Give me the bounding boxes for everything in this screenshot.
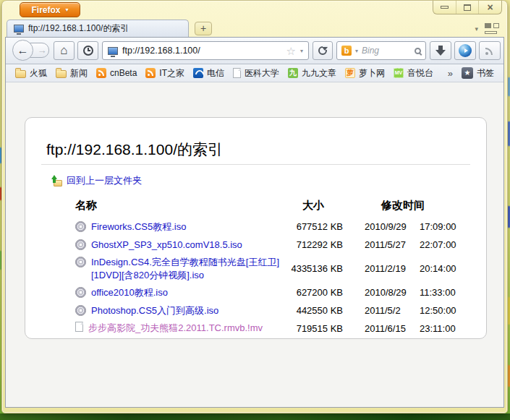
home-button[interactable]: ⌂	[54, 41, 75, 60]
file-size: 627200 KB	[284, 287, 343, 298]
file-time: 22:07:00	[409, 239, 463, 250]
live-feed-icon	[145, 68, 156, 78]
desktop-wallpaper-strip	[0, 413, 510, 420]
bookmark-item-cnbeta[interactable]: cnBeta	[92, 67, 141, 80]
bookmarks-menu-button[interactable]: ★ 书签	[457, 66, 498, 81]
bookmark-label: 医科大学	[245, 67, 279, 80]
file-link[interactable]: Fireworks.CS5教程.iso	[91, 220, 186, 233]
up-one-level-row: 回到上一层文件夹	[50, 174, 142, 187]
file-time: 12:50:00	[409, 305, 463, 316]
bing-engine-icon[interactable]: b	[341, 46, 352, 56]
bookmark-label: 火狐	[30, 67, 47, 80]
back-button[interactable]: ←	[12, 40, 33, 61]
bookmark-item-ithome[interactable]: IT之家	[141, 66, 189, 81]
disc-icon	[75, 305, 86, 316]
site-identity-monitor-icon[interactable]	[108, 47, 118, 55]
ftp-favicon-monitor-icon	[14, 25, 24, 33]
reload-icon	[318, 46, 327, 55]
file-time: 20:14:00	[409, 263, 463, 274]
close-icon: ×	[488, 2, 493, 12]
nine-logo-icon: 九	[288, 68, 298, 78]
search-input[interactable]: Bing	[362, 46, 411, 56]
firefox-app-button[interactable]: Firefox ▾	[20, 2, 80, 17]
bookmark-item-yinyuetai[interactable]: MV 音悦台	[389, 66, 438, 81]
luobo-logo-icon: 萝	[345, 68, 355, 78]
disc-icon	[75, 221, 86, 232]
page-content: ftp://192.168.1.100/的索引 回到上一层文件夹 名称 大小 修…	[6, 82, 503, 407]
list-all-tabs-icon[interactable]: ▾	[475, 25, 478, 33]
url-bar[interactable]: ftp://192.168.1.100/ ☆ ▾	[102, 41, 309, 60]
maximize-icon	[464, 4, 471, 11]
file-link[interactable]: GhostXP_SP3_xp510.comV18.5.iso	[91, 239, 242, 252]
tab-strip: ftp://192.168.1.100/的索引 + ▾	[2, 20, 507, 37]
tab-ftp-index[interactable]: ftp://192.168.1.100/的索引	[7, 20, 189, 37]
search-icon[interactable]	[415, 48, 421, 54]
disc-icon	[75, 257, 86, 267]
bookmark-item-huohu[interactable]: 火狐	[11, 66, 51, 81]
tab-title: ftp://192.168.1.100/的索引	[28, 22, 129, 35]
addon-globe-button[interactable]	[454, 41, 476, 60]
bookmark-item-xinwen[interactable]: 新闻	[51, 66, 92, 81]
bookmark-item-luobowang[interactable]: 萝 萝卜网	[341, 66, 389, 81]
ftp-listing-panel: ftp://192.168.1.100/的索引 回到上一层文件夹 名称 大小 修…	[25, 117, 487, 339]
file-size: 4335136 KB	[284, 263, 343, 274]
close-button[interactable]: ×	[478, 1, 501, 14]
maximize-button[interactable]	[456, 1, 479, 14]
file-size: 677512 KB	[284, 221, 343, 232]
disc-icon	[75, 287, 86, 298]
history-button[interactable]	[77, 41, 98, 60]
disc-icon	[75, 239, 86, 250]
table-row: Photoshop.CS5入门到高级.iso	[75, 304, 284, 317]
file-link[interactable]: InDesign.CS4.完全自学教程随书光盘[王红卫][1DVD][含820分…	[91, 256, 284, 281]
bookmarks-overflow-chevron-icon[interactable]: »	[443, 68, 457, 79]
minimize-button[interactable]	[433, 1, 456, 14]
file-listing-table: 名称 大小 修改时间 Fireworks.CS5教程.iso 677512 KB…	[75, 199, 463, 335]
rss-feed-icon	[485, 46, 495, 56]
file-size: 719515 KB	[284, 323, 343, 334]
file-time: 23:11:00	[409, 323, 463, 334]
clock-icon	[83, 46, 93, 56]
feed-button[interactable]	[479, 41, 501, 60]
tab-groups-icon[interactable]	[485, 23, 500, 35]
downloads-button[interactable]	[430, 41, 451, 60]
up-folder-icon	[50, 175, 62, 187]
bookmark-item-jiujiuwenzhang[interactable]: 九 九九文章	[284, 66, 341, 81]
browser-window: Firefox ▾ × ftp://192.168.1.100/的索引 + ▾ …	[1, 0, 508, 413]
bookmark-star-icon[interactable]: ☆	[286, 46, 296, 56]
file-date: 2011/5/2	[343, 305, 409, 316]
column-header-name: 名称	[75, 199, 284, 215]
bookmark-label: 音悦台	[407, 67, 433, 80]
page-icon	[233, 68, 241, 78]
table-row: office2010教程.iso	[75, 286, 284, 299]
bookmark-label: 九九文章	[302, 67, 336, 80]
live-feed-icon	[96, 68, 106, 78]
file-time: 17:09:00	[409, 221, 463, 232]
file-size: 712292 KB	[284, 239, 343, 250]
file-link[interactable]: Photoshop.CS5入门到高级.iso	[91, 304, 218, 317]
browser-chrome: → ← ⌂ ftp://192.168.1.100/ ☆ ▾ b ▾ Bing	[5, 37, 504, 408]
new-tab-button[interactable]: +	[195, 22, 212, 35]
file-size: 442550 KB	[284, 305, 343, 316]
file-date: 2011/2/19	[343, 263, 409, 274]
bookmarks-menu-label: 书签	[477, 67, 494, 80]
url-text[interactable]: ftp://192.168.1.100/	[122, 46, 282, 56]
search-bar[interactable]: b ▾ Bing	[336, 41, 426, 60]
divider	[41, 164, 470, 165]
reload-button[interactable]	[313, 41, 333, 60]
navigation-toolbar: → ← ⌂ ftp://192.168.1.100/ ☆ ▾ b ▾ Bing	[6, 38, 503, 64]
mv-logo-icon: MV	[394, 68, 404, 78]
bookmark-item-dianxin[interactable]: 电信	[189, 66, 229, 81]
blue-orb-icon	[459, 44, 472, 57]
column-header-size: 大小	[284, 199, 343, 215]
table-row: Fireworks.CS5教程.iso	[75, 220, 284, 233]
up-one-level-link[interactable]: 回到上一层文件夹	[67, 174, 142, 187]
file-link[interactable]: 步步高影院_功夫熊猫2.2011.TC.rmvb.!mv	[88, 322, 263, 335]
urlbar-dropdown-icon[interactable]: ▾	[300, 48, 303, 54]
download-arrow-icon	[435, 46, 446, 56]
table-row: GhostXP_SP3_xp510.comV18.5.iso	[75, 239, 284, 252]
bookmark-item-yikedaxue[interactable]: 医科大学	[229, 66, 284, 81]
file-time: 11:33:00	[409, 287, 463, 298]
search-engine-dropdown-icon[interactable]: ▾	[355, 48, 358, 54]
file-link[interactable]: office2010教程.iso	[91, 286, 168, 299]
file-date: 2011/5/27	[343, 239, 409, 250]
